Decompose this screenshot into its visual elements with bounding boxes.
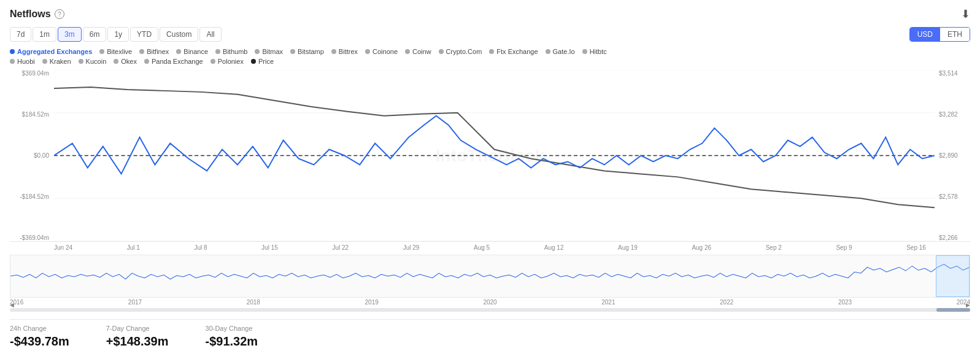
x-label: Sep 2 [766, 244, 782, 251]
legend-ftx[interactable]: Ftx Exchange [489, 48, 538, 55]
chart-svg-area[interactable] [54, 70, 935, 241]
legend-bitexlive[interactable]: Bitexlive [99, 48, 132, 55]
legend-dot [210, 59, 215, 64]
x-label: Jun 24 [54, 244, 72, 251]
legend-dot [10, 49, 15, 54]
x-label: Sep 16 [906, 244, 926, 251]
legend-bitstamp[interactable]: Bitstamp [290, 48, 324, 55]
legend-dot [215, 49, 220, 54]
legend-dot [10, 59, 15, 64]
y-label-right: $2,578 [936, 193, 970, 200]
time-btn-1m[interactable]: 1m [33, 27, 56, 42]
legend-okex[interactable]: Okex [114, 58, 137, 65]
legend-dot [79, 59, 83, 64]
y-label-right: $2,890 [936, 152, 970, 159]
x-label: Jul 22 [332, 244, 349, 251]
x-label: Sep 9 [836, 244, 852, 251]
legend-coinone[interactable]: Coinone [365, 48, 398, 55]
y-label-right: $2,266 [936, 234, 970, 241]
legend-label: Hitbtc [590, 48, 607, 55]
mini-x-label: 2021 [601, 299, 615, 306]
currency-eth[interactable]: ETH [940, 28, 970, 41]
legend-gateio[interactable]: Gate.Io [546, 48, 575, 55]
x-label: Aug 12 [544, 244, 564, 251]
legend-label: Bittrex [339, 48, 358, 55]
mini-chart[interactable] [10, 255, 970, 298]
legend-binance[interactable]: Binance [176, 48, 208, 55]
time-btn-1y[interactable]: 1y [107, 27, 129, 42]
legend-dot [251, 59, 256, 64]
legend-label: Kucoin [86, 58, 107, 65]
x-axis: Jun 24 Jul 1 Jul 8 Jul 15 Jul 22 Jul 29 … [10, 242, 970, 251]
legend-dot [42, 59, 47, 64]
currency-toggle: USD ETH [909, 27, 970, 42]
currency-usd[interactable]: USD [910, 28, 940, 41]
help-icon[interactable]: ? [55, 9, 64, 19]
download-icon[interactable]: ⬇ [961, 7, 970, 21]
legend-coinw[interactable]: Coinw [405, 48, 431, 55]
mini-x-axis: 2016 2017 2018 2019 2020 2021 2022 2023 … [10, 298, 970, 307]
stat-30d: 30-Day Change -$91.32m [206, 325, 258, 349]
y-label-right: $3,514 [936, 70, 970, 77]
legend-aggregated[interactable]: Aggregated Exchanges [10, 48, 92, 55]
legend-label: Gate.Io [553, 48, 575, 55]
time-btn-all[interactable]: All [199, 27, 221, 42]
legend-kucoin[interactable]: Kucoin [79, 58, 107, 65]
legend-price[interactable]: Price [251, 58, 274, 65]
chart-svg [54, 70, 935, 241]
legend-dot [365, 49, 370, 54]
time-btn-ytd[interactable]: YTD [130, 27, 158, 42]
mini-x-label: 2018 [247, 299, 260, 306]
stat-30d-value: -$91.32m [206, 334, 258, 349]
y-label-right: $3,282 [936, 111, 970, 118]
scroll-thumb[interactable] [936, 308, 970, 312]
time-btn-custom[interactable]: Custom [160, 27, 198, 42]
scroll-left-arrow[interactable]: ◀ [10, 302, 14, 308]
legend-bithumb[interactable]: Bithumb [215, 48, 247, 55]
chart-legend: Aggregated Exchanges Bitexlive Bitfinex … [10, 48, 970, 65]
legend-bitmax[interactable]: Bitmax [255, 48, 283, 55]
legend-panda[interactable]: Panda Exchange [144, 58, 203, 65]
y-label: -$184.52m [10, 193, 53, 200]
time-btn-7d[interactable]: 7d [10, 27, 31, 42]
main-chart[interactable]: IntoTheBlock $369.04m $184.52m $0.00 -$1… [10, 70, 970, 242]
legend-poloniex[interactable]: Poloniex [210, 58, 244, 65]
legend-dot [99, 49, 104, 54]
legend-kraken[interactable]: Kraken [42, 58, 71, 65]
chart-wrapper: IntoTheBlock $369.04m $184.52m $0.00 -$1… [10, 70, 970, 312]
legend-dot [290, 49, 295, 54]
x-label: Aug 5 [474, 244, 490, 251]
legend-label: Bitmax [262, 48, 283, 55]
mini-x-label: 2022 [720, 299, 733, 306]
y-axis-right: $3,514 $3,282 $2,890 $2,578 $2,266 [936, 70, 970, 241]
legend-bittrex[interactable]: Bittrex [331, 48, 358, 55]
legend-label: Coinw [412, 48, 431, 55]
legend-hitbtc[interactable]: Hitbtc [582, 48, 607, 55]
legend-dot [405, 49, 410, 54]
y-axis-left: $369.04m $184.52m $0.00 -$184.52m -$369.… [10, 70, 53, 241]
time-btn-3m[interactable]: 3m [58, 27, 82, 42]
legend-label: Bitexlive [107, 48, 132, 55]
legend-bitfinex[interactable]: Bitfinex [139, 48, 169, 55]
legend-label: Binance [183, 48, 208, 55]
scroll-right-arrow[interactable]: ▶ [966, 302, 970, 308]
mini-x-label: 2019 [365, 299, 379, 306]
legend-dot [139, 49, 144, 54]
mini-chart-selection[interactable] [936, 255, 970, 297]
legend-cryptocom[interactable]: Crypto.Com [439, 48, 482, 55]
legend-huobi[interactable]: Huobi [10, 58, 35, 65]
scroll-track[interactable]: ◀ ▶ [10, 308, 970, 312]
page-title: Netflows [10, 9, 51, 20]
legend-dot [176, 49, 181, 54]
time-btn-6m[interactable]: 6m [83, 27, 107, 42]
legend-label: Price [258, 58, 274, 65]
y-label: $184.52m [10, 111, 53, 118]
stat-7d-label: 7-Day Change [106, 325, 169, 332]
legend-dot [331, 49, 336, 54]
y-label: $0.00 [10, 152, 53, 159]
legend-label: Okex [121, 58, 137, 65]
legend-dot [582, 49, 587, 54]
mini-chart-svg [10, 255, 970, 297]
stat-24h-value: -$439.78m [10, 334, 69, 349]
legend-dot [255, 49, 260, 54]
